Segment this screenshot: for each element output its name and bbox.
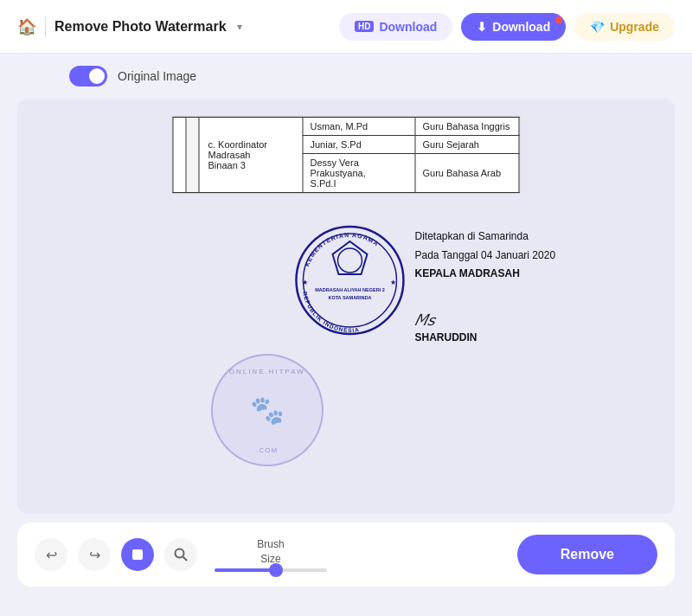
svg-text:MADRASAH ALIYAH NEGERI 2: MADRASAH ALIYAH NEGERI 2 (315, 287, 385, 292)
role-cell-2: Guru Sejarah (415, 136, 519, 154)
toggle-label: Original Image (118, 69, 196, 83)
role-cell-3: Guru Bahasa Arab (415, 154, 519, 193)
brush-size-slider[interactable] (215, 568, 327, 572)
upgrade-label: Upgrade (610, 20, 659, 34)
watermark-paw-icon: 🐾 (250, 394, 285, 427)
svg-text:★: ★ (390, 279, 396, 286)
watermark-overlay: ONLINE.HITPAW 🐾 .COM (211, 354, 324, 466)
brush-size-label: BrushSize (257, 537, 284, 567)
header-right: HD Download ⬇ Download 💎 Upgrade (339, 13, 675, 41)
stamp-line3: KEPALA MADRASAH (414, 265, 555, 284)
stamp-name: 𝘔𝘴 SHARUDDIN (414, 310, 555, 343)
signature: 𝘔𝘴 (414, 310, 555, 330)
hd-badge: HD (355, 21, 374, 32)
header-left: 🏠 Remove Photo Watermark ▾ (17, 16, 242, 37)
stamp-line1: Ditetapkan di Samarinda (414, 228, 555, 247)
hd-download-button[interactable]: HD Download (339, 13, 452, 41)
remove-button[interactable]: Remove (517, 535, 657, 574)
coordinator-cell: c. Koordinator MadrasahBinaan 3 (199, 118, 303, 193)
toolbar-left: ↩ ↪ BrushSize (35, 537, 334, 572)
svg-rect-10 (132, 549, 143, 560)
app-title: Remove Photo Watermark (54, 19, 227, 35)
svg-text:★: ★ (302, 279, 308, 286)
header: 🏠 Remove Photo Watermark ▾ HD Download ⬇… (0, 0, 692, 54)
svg-point-0 (296, 227, 403, 334)
download-label: Download (492, 20, 550, 34)
photo-cell-1 (173, 118, 186, 193)
name-cell-3: Dessy Vera Prakustyana,S.Pd.I (303, 154, 415, 193)
brush-icon (130, 547, 145, 562)
download-button[interactable]: ⬇ Download (461, 13, 566, 41)
search-icon (174, 548, 188, 561)
toggle-bar: Original Image (0, 54, 692, 99)
stamp-svg: KEMENTERIAN AGAMA REPUBLIK INDONESIA MAD… (293, 224, 406, 337)
upgrade-icon: 💎 (590, 20, 605, 34)
notification-dot (555, 16, 562, 23)
svg-point-11 (176, 549, 184, 558)
header-divider (45, 16, 46, 37)
kepala-name: SHARUDDIN (414, 331, 555, 343)
photo-cell-2 (186, 118, 199, 193)
stamp-text-block: Ditetapkan di Samarinda Pada Tanggal 04 … (414, 228, 555, 343)
brush-button[interactable] (121, 538, 154, 571)
svg-point-3 (337, 248, 362, 273)
brush-size-section: BrushSize (208, 537, 334, 572)
canvas-area[interactable]: c. Koordinator MadrasahBinaan 3 Usman, M… (17, 99, 675, 514)
table-row: c. Koordinator MadrasahBinaan 3 Usman, M… (173, 118, 519, 136)
official-stamp: KEMENTERIAN AGAMA REPUBLIK INDONESIA MAD… (293, 224, 406, 337)
svg-text:KEMENTERIAN AGAMA: KEMENTERIAN AGAMA (304, 232, 380, 267)
hd-download-label: Download (379, 20, 437, 34)
svg-line-12 (183, 557, 188, 561)
document-table-container: c. Koordinator MadrasahBinaan 3 Usman, M… (172, 116, 521, 194)
role-cell-1: Guru Bahasa Inggris (415, 118, 519, 136)
home-icon[interactable]: 🏠 (17, 17, 36, 36)
document-table: c. Koordinator MadrasahBinaan 3 Usman, M… (173, 117, 520, 193)
dropdown-arrow-icon[interactable]: ▾ (237, 21, 242, 33)
redo-button[interactable]: ↪ (78, 538, 111, 571)
stamp-area: KEMENTERIAN AGAMA REPUBLIK INDONESIA MAD… (293, 224, 555, 343)
original-image-toggle[interactable] (69, 66, 107, 87)
svg-text:KOTA SAMARINDA: KOTA SAMARINDA (328, 295, 371, 300)
name-cell-1: Usman, M.Pd (303, 118, 415, 136)
undo-button[interactable]: ↩ (35, 538, 67, 571)
download-icon: ⬇ (477, 20, 487, 34)
bottom-toolbar: ↩ ↪ BrushSize Remove (17, 523, 675, 587)
watermark-circle: ONLINE.HITPAW 🐾 .COM (211, 354, 324, 466)
search-button[interactable] (164, 538, 197, 571)
watermark-arc-bottom: .COM (256, 446, 278, 454)
name-cell-2: Juniar, S.Pd (303, 136, 415, 154)
stamp-line2: Pada Tanggal 04 Januari 2020 (414, 247, 555, 266)
watermark-arc-top: ONLINE.HITPAW (229, 368, 305, 375)
upgrade-button[interactable]: 💎 Upgrade (574, 13, 675, 41)
